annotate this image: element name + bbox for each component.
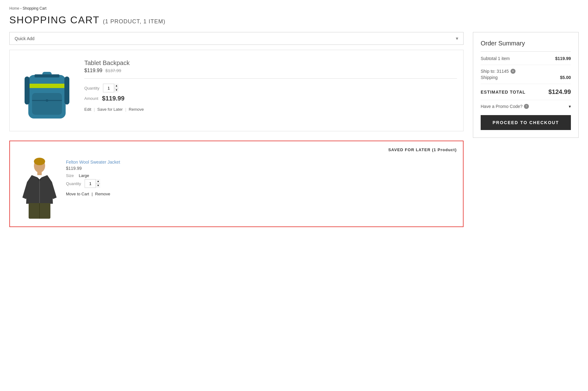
item-price-current: $119.99 [84, 68, 102, 73]
saved-item-price: $119.99 [66, 166, 457, 171]
saved-item-inner: Felton Wool Sweater Jacket $119.99 Size … [16, 157, 457, 220]
promo-row[interactable]: Have a Promo Code? ? ▾ [481, 104, 571, 109]
svg-rect-6 [25, 77, 30, 105]
saved-qty-increment-button[interactable]: ▲ [96, 179, 100, 184]
summary-divider-1 [481, 65, 571, 65]
action-separator-2: | [125, 107, 126, 112]
ship-to-label: Ship to: 31145 [481, 69, 509, 74]
breadcrumb-current: Shopping Cart [23, 6, 47, 11]
qty-increment-button[interactable]: ▲ [114, 84, 119, 88]
shipping-row: Shipping $5.00 [481, 75, 571, 80]
quick-add-bar[interactable]: Quick Add ▾ [9, 32, 464, 45]
page-subtitle: (1 Product, 1 Item) [103, 18, 166, 25]
svg-rect-2 [28, 84, 66, 88]
estimated-total-value: $124.99 [548, 88, 571, 95]
subtotal-label: Subtotal 1 item [481, 56, 510, 61]
svg-point-14 [34, 158, 45, 165]
remove-link[interactable]: Remove [129, 107, 144, 112]
saved-qty-label: Quantity [66, 181, 81, 186]
saved-size-label: Size [66, 173, 74, 178]
saved-for-later-box: SAVED FOR LATER (1 Product) [9, 141, 464, 227]
saved-item-qty-row: Quantity ▲ ▼ [66, 179, 457, 188]
move-to-cart-link[interactable]: Move to Cart [66, 192, 89, 196]
saved-size-value: Large [79, 173, 89, 178]
saved-qty-decrement-button[interactable]: ▼ [96, 184, 100, 188]
save-for-later-link[interactable]: Save for Later [97, 107, 123, 112]
ship-close-icon[interactable]: ✕ [511, 69, 516, 74]
svg-rect-7 [64, 77, 69, 105]
item-amount-row: Amount $119.99 [84, 95, 457, 102]
item-price-original: $137.99 [105, 68, 121, 73]
saved-header: SAVED FOR LATER (1 Product) [16, 147, 457, 152]
cart-section: Quick Add ▾ [9, 32, 464, 227]
shipping-value: $5.00 [560, 75, 571, 80]
edit-link[interactable]: Edit [84, 107, 91, 112]
saved-actions: Move to Cart | Remove [66, 192, 457, 196]
item-amount-label: Amount [84, 96, 98, 101]
cart-item-qty-input[interactable] [103, 86, 114, 91]
ship-to-row: Ship to: 31145 ✕ [481, 69, 571, 74]
cart-item-image [16, 56, 78, 125]
estimated-total-label: ESTIMATED TOTAL [481, 90, 525, 95]
qty-spinners: ▲ ▼ [114, 84, 119, 92]
svg-rect-10 [37, 171, 42, 175]
subtotal-value: $119.99 [555, 56, 571, 61]
saved-remove-link[interactable]: Remove [95, 192, 110, 196]
estimated-total-row: ESTIMATED TOTAL $124.99 [481, 88, 571, 95]
action-separator-1: | [94, 107, 95, 112]
qty-decrement-button[interactable]: ▼ [114, 88, 119, 93]
saved-qty-spinners: ▲ ▼ [96, 179, 100, 188]
cart-item-details: Tablet Backpack $119.99 $137.99 Quantity… [84, 56, 457, 125]
breadcrumb-home[interactable]: Home [9, 6, 19, 11]
svg-point-5 [46, 99, 48, 102]
item-quantity-label: Quantity [84, 86, 99, 91]
saved-item-qty-input[interactable] [85, 181, 96, 186]
promo-help-icon: ? [524, 104, 529, 109]
subtotal-row: Subtotal 1 item $119.99 [481, 56, 571, 61]
item-actions: Edit | Save for Later | Remove [84, 107, 457, 112]
item-name: Tablet Backpack [84, 59, 457, 67]
order-summary-box: Order Summary Subtotal 1 item $119.99 Sh… [473, 32, 579, 138]
summary-divider-3 [481, 100, 571, 100]
item-amount-value: $119.99 [102, 95, 124, 102]
item-prices: $119.99 $137.99 [84, 68, 457, 79]
item-quantity-row: Quantity ▲ ▼ [84, 84, 457, 92]
breadcrumb-separator: - [20, 6, 22, 11]
quick-add-label: Quick Add [15, 36, 35, 41]
cart-item-box: Tablet Backpack $119.99 $137.99 Quantity… [9, 50, 464, 131]
svg-rect-3 [32, 93, 62, 115]
svg-rect-8 [35, 74, 59, 77]
quick-add-chevron-icon: ▾ [456, 35, 458, 41]
order-summary-title: Order Summary [481, 40, 571, 52]
saved-item-name[interactable]: Felton Wool Sweater Jacket [66, 160, 457, 165]
checkout-button[interactable]: PROCEED TO CHECKOUT [481, 115, 571, 130]
cart-item-qty-input-wrapper: ▲ ▼ [103, 84, 119, 92]
shipping-label: Shipping [481, 75, 498, 80]
saved-item-details: Felton Wool Sweater Jacket $119.99 Size … [66, 157, 457, 220]
saved-item-image [16, 157, 66, 220]
summary-divider-2 [481, 84, 571, 84]
breadcrumb: Home - Shopping Cart [9, 6, 579, 11]
promo-label: Have a Promo Code? ? [481, 104, 529, 109]
page-title: SHOPPING CART (1 Product, 1 Item) [9, 14, 579, 26]
saved-action-separator: | [91, 192, 92, 196]
saved-item-size-row: Size Large [66, 173, 457, 178]
saved-item-qty-input-wrapper: ▲ ▼ [85, 179, 100, 188]
promo-chevron-icon: ▾ [569, 104, 571, 109]
